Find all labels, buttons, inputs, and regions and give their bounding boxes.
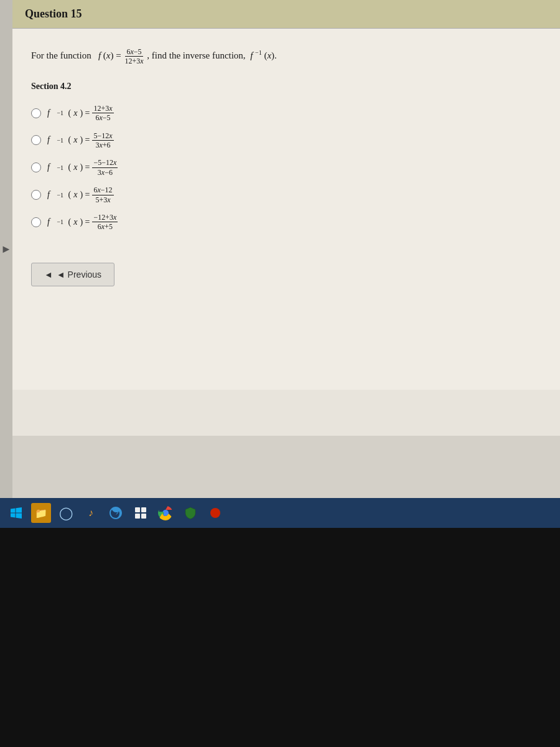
taskbar: 📁 ◯ ♪ xyxy=(0,498,560,528)
file-explorer-icon[interactable]: 📁 xyxy=(31,503,51,523)
option-label-3[interactable]: f −1 (x) = −5−12x 3x−6 xyxy=(47,158,118,177)
option-label-4[interactable]: f −1 (x) = 6x−12 5+3x xyxy=(47,186,114,204)
option-label-5[interactable]: f −1 (x) = −12+3x 6x+5 xyxy=(47,213,118,232)
security-shield-icon[interactable] xyxy=(180,503,200,523)
music-icon[interactable]: ♪ xyxy=(81,503,101,523)
question-body: For the function f (x) = 6x−5 12+3x , fi… xyxy=(12,29,560,390)
option-radio-1[interactable] xyxy=(31,108,41,118)
opt3-denom: 3x−6 xyxy=(96,168,114,177)
options-container: f −1 (x) = 12+3x 6x−5 f −1 (x) = xyxy=(31,104,541,232)
red-dot xyxy=(210,508,220,518)
opt4-denom: 5+3x xyxy=(94,195,111,204)
svg-rect-3 xyxy=(141,514,146,519)
opt2-denom: 3x+6 xyxy=(94,141,111,149)
option-label-1[interactable]: f −1 (x) = 12+3x 6x−5 xyxy=(47,104,114,123)
task-view-icon[interactable] xyxy=(131,503,151,523)
cortana-icon[interactable]: ◯ xyxy=(56,503,76,523)
svg-rect-1 xyxy=(141,507,146,512)
opt4-numer: 6x−12 xyxy=(92,186,113,195)
function-numerator: 6x−5 xyxy=(125,47,142,57)
opt4-fraction: 6x−12 5+3x xyxy=(92,186,113,204)
opt3-fraction: −5−12x 3x−6 xyxy=(92,158,118,177)
option-row-1: f −1 (x) = 12+3x 6x−5 xyxy=(31,104,541,123)
option-radio-5[interactable] xyxy=(31,217,41,227)
option-math-3: f −1 (x) = −5−12x 3x−6 xyxy=(47,158,118,177)
function-fraction: 6x−5 12+3x xyxy=(123,47,144,66)
bottom-bezel xyxy=(0,528,560,747)
opt5-denom: 6x+5 xyxy=(96,222,114,231)
svg-rect-2 xyxy=(135,514,140,519)
chrome-icon[interactable] xyxy=(156,503,175,523)
option-radio-3[interactable] xyxy=(31,162,41,172)
opt3-numer: −5−12x xyxy=(92,158,118,167)
windows-start-icon[interactable] xyxy=(6,503,26,523)
content-area: Question 15 For the function f (x) = 6x−… xyxy=(12,0,560,436)
previous-arrow-icon: ◄ xyxy=(44,270,53,280)
option-math-5: f −1 (x) = −12+3x 6x+5 xyxy=(47,213,118,232)
option-label-2[interactable]: f −1 (x) = 5−12x 3x+6 xyxy=(47,131,114,150)
opt1-fraction: 12+3x 6x−5 xyxy=(92,104,113,123)
option-math-4: f −1 (x) = 6x−12 5+3x xyxy=(47,186,114,204)
opt1-numer: 12+3x xyxy=(92,104,113,113)
opt5-fraction: −12+3x 6x+5 xyxy=(92,213,118,232)
option-radio-4[interactable] xyxy=(31,190,41,200)
edge-browser-icon[interactable] xyxy=(106,503,126,523)
svg-rect-0 xyxy=(135,507,140,512)
previous-label: ◄ Previous xyxy=(57,270,101,280)
question-title: Question 15 xyxy=(25,7,82,20)
option-row-2: f −1 (x) = 5−12x 3x+6 xyxy=(31,131,541,150)
function-denominator: 12+3x xyxy=(123,57,144,65)
previous-button[interactable]: ◄ ◄ Previous xyxy=(31,263,114,286)
prompt-text: For the function xyxy=(31,50,96,60)
left-nav-arrow[interactable]: ► xyxy=(0,0,12,498)
function-notation: f (x) = 6x−5 12+3x , find the inverse fu… xyxy=(98,50,277,60)
option-radio-2[interactable] xyxy=(31,135,41,145)
question-prompt: For the function f (x) = 6x−5 12+3x , fi… xyxy=(31,47,541,66)
option-math-1: f −1 (x) = 12+3x 6x−5 xyxy=(47,104,114,123)
opt2-fraction: 5−12x 3x+6 xyxy=(92,131,113,150)
screen: ► Question 15 For the function f (x) = 6… xyxy=(0,0,560,498)
opt1-denom: 6x−5 xyxy=(94,113,111,122)
section-label: Section 4.2 xyxy=(31,82,541,92)
option-row-5: f −1 (x) = −12+3x 6x+5 xyxy=(31,213,541,232)
notification-dot-icon xyxy=(205,503,225,523)
opt5-numer: −12+3x xyxy=(92,213,118,222)
option-math-2: f −1 (x) = 5−12x 3x+6 xyxy=(47,131,114,150)
option-row-4: f −1 (x) = 6x−12 5+3x xyxy=(31,186,541,204)
opt2-numer: 5−12x xyxy=(92,131,113,141)
option-row-3: f −1 (x) = −5−12x 3x−6 xyxy=(31,158,541,177)
question-header: Question 15 xyxy=(12,0,560,29)
